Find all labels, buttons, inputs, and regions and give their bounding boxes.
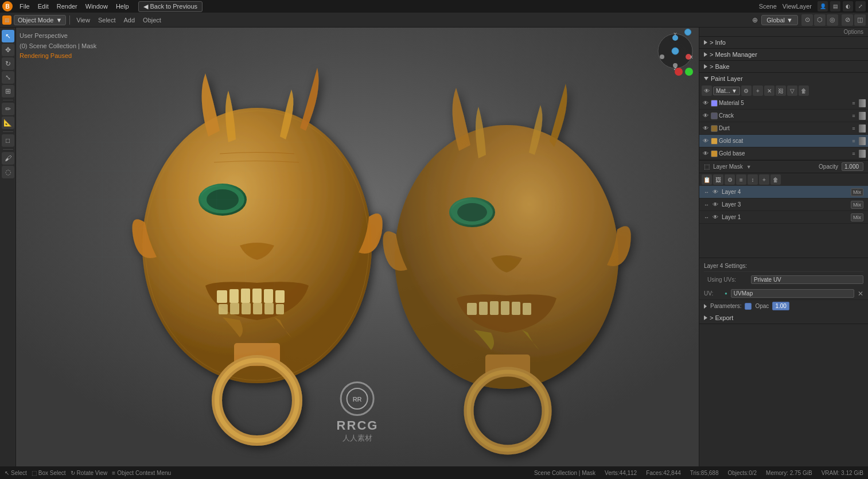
- add-btn[interactable]: Add: [121, 15, 138, 25]
- layer-eye-crack[interactable]: 👁: [702, 112, 710, 120]
- export-header[interactable]: > Export: [699, 312, 868, 324]
- annotate-tool[interactable]: ✏: [2, 103, 14, 115]
- opac-checkbox[interactable]: [745, 303, 752, 310]
- sublayer-3[interactable]: ↔ 👁 Layer 3 Mix: [699, 198, 868, 211]
- rotate-tool[interactable]: ↻: [2, 57, 14, 70]
- layer-eye-durt[interactable]: 👁: [702, 124, 710, 133]
- green-color-dot[interactable]: [685, 68, 693, 76]
- paint-trash-btn[interactable]: 🗑: [799, 85, 809, 96]
- measure-tool[interactable]: 📐: [2, 116, 14, 129]
- layer-material5[interactable]: 👁 Material 5 ≡: [699, 97, 868, 110]
- layer-gold-base[interactable]: 👁 Gold base ≡: [699, 147, 868, 160]
- mask-dropdown[interactable]: ▼: [746, 164, 752, 170]
- uvmap-value[interactable]: UVMap: [731, 289, 854, 298]
- info-header[interactable]: > Info: [699, 37, 868, 48]
- sublayer1-mix[interactable]: Mix: [851, 213, 863, 221]
- cursor-tool[interactable]: ↖: [2, 30, 14, 42]
- menu-file[interactable]: File: [16, 2, 33, 11]
- private-uv-value[interactable]: Private UV: [751, 275, 863, 284]
- sublayer-btn4[interactable]: ≡: [736, 174, 746, 185]
- sublayer4-mix[interactable]: Mix: [851, 188, 863, 196]
- menu-render[interactable]: Render: [53, 2, 81, 11]
- render-icon-btn[interactable]: ▤: [830, 1, 840, 11]
- sublayer-4[interactable]: ↔ 👁 Layer 4 Mix: [699, 186, 868, 198]
- back-to-previous-button[interactable]: ◀ Back to Previous: [138, 1, 203, 12]
- paint-filter-btn[interactable]: ▽: [787, 85, 797, 96]
- layer-gold-scat[interactable]: 👁 Gold scat ≡: [699, 135, 868, 147]
- move-tool[interactable]: ✥: [2, 44, 14, 56]
- menu-window[interactable]: Window: [82, 2, 111, 11]
- object-mode-selector[interactable]: Object Mode ▼: [14, 15, 66, 25]
- sublayer-btn7[interactable]: 🗑: [770, 174, 781, 185]
- maximize-btn[interactable]: ⤢: [855, 1, 866, 11]
- layer-durt[interactable]: 👁 Durt ≡: [699, 122, 868, 135]
- paint-settings-btn[interactable]: ⚙: [741, 85, 752, 96]
- object-btn[interactable]: Object: [140, 15, 164, 25]
- layer-eye-gold-scat[interactable]: 👁: [702, 137, 710, 145]
- layer-eye-material5[interactable]: 👁: [702, 99, 710, 107]
- opac-value[interactable]: 1.00: [772, 302, 789, 310]
- layer-color-crack: [711, 112, 718, 119]
- layer-mix-crack[interactable]: ≡: [850, 112, 858, 120]
- mesh-manager-header[interactable]: > Mesh Manager: [699, 49, 868, 60]
- sublayer1-icon: ↔: [704, 215, 709, 220]
- viewport[interactable]: User Perspective (0) Scene Collection | …: [16, 28, 699, 466]
- layer-opacity-crack[interactable]: [859, 112, 866, 120]
- transform-selector[interactable]: Global ▼: [761, 15, 798, 25]
- red-color-dot[interactable]: [675, 68, 683, 76]
- overlay-btn2[interactable]: ◫: [854, 14, 866, 26]
- sublayer1-eye[interactable]: 👁: [711, 213, 719, 221]
- navigation-widget[interactable]: Y X Z: [655, 31, 695, 71]
- paint-layer-header[interactable]: Paint Layer: [699, 73, 868, 84]
- sublayer3-mix[interactable]: Mix: [851, 201, 863, 209]
- layer-opacity-gold-scat[interactable]: [859, 137, 866, 145]
- layer-mask-label[interactable]: Layer Mask: [713, 163, 743, 170]
- sublayer-btn5[interactable]: ↕: [748, 174, 758, 185]
- overlay-btn1[interactable]: ⊘: [842, 14, 853, 26]
- smooth-tool[interactable]: ◌: [2, 166, 14, 178]
- paint-chain-btn[interactable]: ⛓: [776, 85, 786, 96]
- user-icon-btn[interactable]: 👤: [818, 1, 828, 11]
- paint-tool[interactable]: 🖌: [2, 152, 14, 165]
- transform-tool[interactable]: ⊞: [2, 85, 14, 98]
- add-cube-tool[interactable]: □: [2, 134, 14, 147]
- layer-crack[interactable]: 👁 Crack ≡: [699, 110, 868, 122]
- bake-header[interactable]: > Bake: [699, 61, 868, 72]
- menu-help[interactable]: Help: [112, 2, 133, 11]
- sublayer-btn3[interactable]: ⚙: [725, 174, 735, 185]
- uv-close-btn[interactable]: ✕: [858, 290, 863, 298]
- sublayer3-eye[interactable]: 👁: [711, 201, 719, 209]
- parameters-label[interactable]: Parameters:: [710, 303, 741, 309]
- select-btn[interactable]: Select: [95, 15, 119, 25]
- layer-mix-gold-scat[interactable]: ≡: [850, 137, 858, 145]
- snap-btn1[interactable]: ⊙: [801, 14, 813, 26]
- layer-opacity-gold-base[interactable]: [859, 150, 866, 158]
- opacity-value[interactable]: 1.000: [842, 162, 863, 171]
- sublayer-btn6[interactable]: +: [759, 174, 769, 185]
- sublayer-1[interactable]: ↔ 👁 Layer 1 Mix: [699, 211, 868, 224]
- proportional-btn[interactable]: ◎: [827, 14, 838, 26]
- scale-tool[interactable]: ⤡: [2, 71, 14, 84]
- snap-btn2[interactable]: ⬡: [814, 14, 826, 26]
- view-btn[interactable]: View: [73, 15, 93, 25]
- nav-gizmo[interactable]: Y X Z: [655, 31, 695, 71]
- layer-opacity-durt[interactable]: [859, 124, 866, 133]
- layer-opacity-material5[interactable]: [859, 99, 866, 107]
- menu-edit[interactable]: Edit: [34, 2, 52, 11]
- sublayer1-name: Layer 1: [722, 214, 848, 220]
- layer-eye-gold-base[interactable]: 👁: [702, 150, 710, 158]
- svg-rect-30: [523, 303, 531, 315]
- paint-delete-btn[interactable]: ✕: [764, 85, 774, 96]
- mat-dropdown[interactable]: Mat... ▼: [713, 87, 740, 95]
- paint-add-btn[interactable]: +: [753, 85, 763, 96]
- sublayer-btn2[interactable]: 🖼: [713, 174, 723, 185]
- layer-mask-row: ⬚ Layer Mask ▼ Opacity 1.000: [699, 161, 868, 173]
- sublayer4-eye[interactable]: 👁: [711, 188, 719, 196]
- viewport-shading-btn[interactable]: ◐: [843, 1, 853, 11]
- sublayer3-name: Layer 3: [722, 201, 848, 208]
- layer-mix-gold-base[interactable]: ≡: [850, 150, 858, 158]
- layer-mix-durt[interactable]: ≡: [850, 124, 858, 133]
- layer-mix-material5[interactable]: ≡: [850, 99, 858, 107]
- sublayer-btn1[interactable]: 📋: [702, 174, 712, 185]
- paint-eye-btn[interactable]: 👁: [702, 85, 712, 96]
